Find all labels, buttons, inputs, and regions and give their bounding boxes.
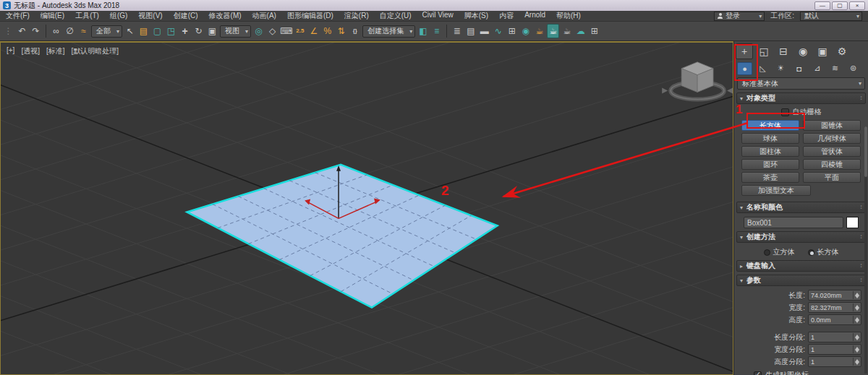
object-name-field[interactable]: Box001 xyxy=(744,217,843,228)
subcategory-dropdown[interactable]: 标准基本体 xyxy=(737,77,865,90)
bind-to-space-warp-icon[interactable]: ≈ xyxy=(77,24,90,38)
primitive-button[interactable]: 圆柱体 xyxy=(741,146,799,157)
menu-item[interactable]: 编辑(E) xyxy=(41,11,64,21)
primitive-button[interactable]: 四棱锥 xyxy=(803,159,861,170)
select-and-rotate-icon[interactable]: ↻ xyxy=(192,24,205,38)
primitive-button[interactable]: 球体 xyxy=(741,133,799,144)
rectangular-selection-region-icon[interactable]: ▢ xyxy=(151,24,163,38)
spinner-arrows-icon[interactable] xyxy=(853,333,860,341)
unlink-selection-icon[interactable]: ∅ xyxy=(64,24,76,38)
percent-snap-toggle-icon[interactable]: % xyxy=(321,24,333,38)
select-object-icon[interactable]: ↖ xyxy=(124,24,136,38)
rendered-frame-window-icon[interactable]: ☕ xyxy=(547,24,559,38)
use-pivot-point-center-icon[interactable]: ◎ xyxy=(252,24,265,38)
geometry-category[interactable]: ● xyxy=(737,62,752,75)
select-and-link-icon[interactable]: ∞ xyxy=(50,24,62,38)
workspace-dropdown[interactable]: 默认 xyxy=(800,12,862,21)
material-editor-icon[interactable]: ◉ xyxy=(519,24,532,38)
hierarchy-tab[interactable]: ⊟ xyxy=(775,43,792,59)
select-and-move-icon[interactable]: + xyxy=(179,24,191,38)
rollout-parameters[interactable]: 参数 xyxy=(736,275,866,286)
mapping-checkbox[interactable] xyxy=(754,371,762,375)
reference-coordinate-system-dropdown[interactable]: 视图 xyxy=(220,25,251,38)
menu-item[interactable]: 修改器(M) xyxy=(209,11,242,21)
parameter-spinner[interactable]: 82.327mm xyxy=(808,302,861,313)
viewcube[interactable] xyxy=(662,62,733,100)
curve-editor-icon[interactable]: ∿ xyxy=(492,24,504,38)
display-tab[interactable]: ▣ xyxy=(814,43,831,59)
parameter-spinner[interactable]: 74.020mm xyxy=(808,290,861,301)
viewport-menu-shading[interactable]: [默认明暗处理] xyxy=(72,46,119,56)
autogrid-checkbox[interactable] xyxy=(781,108,789,116)
menu-item[interactable]: 内容 xyxy=(499,11,514,21)
render-in-cloud-icon[interactable]: ☁ xyxy=(574,24,587,38)
rollout-object-type[interactable]: 对象类型 xyxy=(736,92,866,104)
viewport-menu-general[interactable]: [+] xyxy=(7,46,14,56)
spinner-snap-toggle-icon[interactable]: ⇅ xyxy=(335,24,347,38)
creation-method-radio[interactable]: 长方体 xyxy=(808,247,839,257)
lights-category[interactable]: ☀ xyxy=(773,62,788,75)
primitive-button[interactable]: 茶壶 xyxy=(741,172,799,183)
modify-tab[interactable]: ◱ xyxy=(755,43,773,59)
primitive-button[interactable]: 圆锥体 xyxy=(803,120,861,131)
named-selection-sets-dropdown[interactable]: 创建选择集 xyxy=(362,25,415,38)
motion-tab[interactable]: ◉ xyxy=(794,43,812,59)
create-tab[interactable]: + xyxy=(736,43,753,59)
rollout-keyboard-entry[interactable]: 键盘输入 xyxy=(736,260,866,272)
creation-method-radio[interactable]: 立方体 xyxy=(764,247,795,257)
parameter-spinner[interactable]: 1 xyxy=(808,344,861,355)
menu-item[interactable]: 图形编辑器(D) xyxy=(287,11,333,21)
menu-item[interactable]: 渲染(R) xyxy=(344,11,369,21)
parameter-spinner[interactable]: 0.0mm xyxy=(808,314,861,325)
primitive-button[interactable]: 圆环 xyxy=(741,159,799,170)
keyboard-shortcut-override-icon[interactable]: ⌨ xyxy=(280,24,292,38)
primitive-button[interactable]: 平面 xyxy=(803,172,861,183)
parameter-spinner[interactable]: 1 xyxy=(808,356,861,367)
minimize-button[interactable]: — xyxy=(814,1,830,10)
primitive-button[interactable]: 长方体 xyxy=(741,120,799,131)
spinner-arrows-icon[interactable] xyxy=(853,345,860,353)
menu-item[interactable]: 文件(F) xyxy=(6,11,30,21)
close-button[interactable]: × xyxy=(849,1,865,10)
redo-icon[interactable]: ↷ xyxy=(30,24,42,38)
space-warps-category[interactable]: ≋ xyxy=(827,62,843,75)
menu-item[interactable]: Arnold xyxy=(524,11,545,21)
menu-item[interactable]: 工具(T) xyxy=(75,11,99,21)
menu-item[interactable]: 动画(A) xyxy=(252,11,276,21)
primitive-button[interactable]: 加强型文本 xyxy=(741,185,811,196)
helpers-category[interactable]: ⊿ xyxy=(809,62,825,75)
select-and-manipulate-icon[interactable]: ◇ xyxy=(266,24,278,38)
select-and-scale-icon[interactable]: ▣ xyxy=(206,24,218,38)
menu-item[interactable]: Civil View xyxy=(422,11,454,21)
viewport-menu-standard[interactable]: [标准] xyxy=(46,46,65,56)
menu-item[interactable]: 创建(C) xyxy=(174,11,198,21)
primitive-button[interactable]: 管状体 xyxy=(803,146,861,157)
spinner-arrows-icon[interactable] xyxy=(853,303,860,311)
menu-item[interactable]: 组(G) xyxy=(110,11,127,21)
window-crossing-selection-icon[interactable]: ◳ xyxy=(165,24,177,38)
spinner-arrows-icon[interactable] xyxy=(853,316,860,324)
menu-item[interactable]: 帮助(H) xyxy=(556,11,581,21)
viewport-menu-pov[interactable]: [透视] xyxy=(21,46,40,56)
angle-snap-toggle-icon[interactable]: ∠ xyxy=(307,24,320,38)
snaps-toggle-icon[interactable]: 2.5 xyxy=(294,24,306,38)
edit-named-selection-sets-icon[interactable]: {} xyxy=(349,24,361,38)
toggle-scene-explorer-icon[interactable]: ≣ xyxy=(451,24,463,38)
perspective-viewport[interactable]: [+] [透视] [标准] [默认明暗处理] xyxy=(0,41,733,375)
render-setup-icon[interactable]: ☕ xyxy=(533,24,545,38)
rollout-name-color[interactable]: 名称和颜色 xyxy=(736,202,866,213)
state-sets-grid-icon[interactable]: ⊞ xyxy=(588,24,600,38)
spinner-arrows-icon[interactable] xyxy=(853,358,860,366)
panel-scrollbar[interactable] xyxy=(864,126,867,374)
rollout-creation-method[interactable]: 创建方法 xyxy=(736,231,866,243)
shapes-category[interactable]: ◺ xyxy=(755,62,770,75)
selection-filter-dropdown[interactable]: 全部 xyxy=(91,25,122,38)
primitive-button[interactable]: 几何球体 xyxy=(803,133,861,144)
schematic-view-icon[interactable]: ⊞ xyxy=(506,24,518,38)
object-color-swatch[interactable] xyxy=(846,217,859,228)
utilities-tab[interactable]: ⚙ xyxy=(833,43,851,59)
select-by-name-icon[interactable]: ▤ xyxy=(137,24,150,38)
undo-icon[interactable]: ↶ xyxy=(16,24,28,38)
cameras-category[interactable]: ◘ xyxy=(791,62,807,75)
render-production-icon[interactable]: ☕ xyxy=(561,24,573,38)
